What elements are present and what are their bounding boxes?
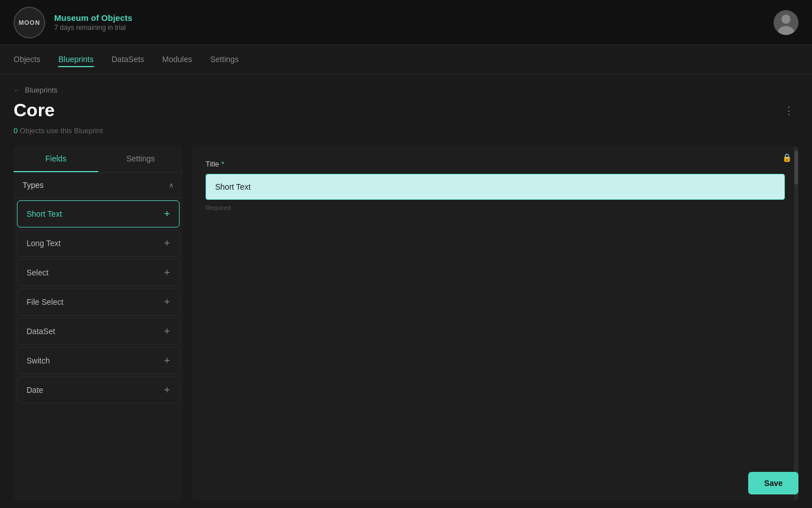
org-info: Museum of Objects 7 days remaining in tr… <box>54 13 132 32</box>
types-label: Types <box>23 181 43 190</box>
types-header: Types ∧ <box>14 173 183 198</box>
type-select-label: Select <box>27 268 49 277</box>
main-layout: Fields Settings Types ∧ Short Text + Lon… <box>14 146 798 501</box>
type-long-text-label: Long Text <box>27 239 60 248</box>
scrollbar-thumb <box>794 151 798 185</box>
lock-icon: 🔒 <box>782 153 792 162</box>
breadcrumb-link[interactable]: Blueprints <box>25 86 58 94</box>
page-content: ← Blueprints Core ⋮ 0 Objects use this B… <box>0 75 812 508</box>
add-select-icon[interactable]: + <box>164 268 170 278</box>
tab-fields[interactable]: Fields <box>14 146 98 172</box>
breadcrumb: ← Blueprints <box>14 86 798 94</box>
field-hint: Required <box>206 204 785 211</box>
type-date-label: Date <box>27 386 43 395</box>
count-number: 0 <box>14 126 18 135</box>
type-list: Short Text + Long Text + Select + File S… <box>14 198 183 501</box>
add-date-icon[interactable]: + <box>164 385 170 395</box>
avatar[interactable] <box>774 10 798 35</box>
trial-text: 7 days remaining in trial <box>54 24 132 32</box>
nav-settings[interactable]: Settings <box>210 52 239 67</box>
header-left: MOON Museum of Objects 7 days remaining … <box>14 7 132 38</box>
logo: MOON <box>14 7 45 38</box>
more-menu-icon[interactable]: ⋮ <box>779 102 798 119</box>
main-nav: Objects Blueprints DataSets Modules Sett… <box>0 45 812 75</box>
title-field-group: Title * Required <box>206 160 785 211</box>
type-select[interactable]: Select + <box>17 259 180 286</box>
right-panel-scrollbar[interactable] <box>794 146 798 501</box>
panel-tabs: Fields Settings <box>14 146 183 173</box>
save-button[interactable]: Save <box>748 472 798 494</box>
type-date[interactable]: Date + <box>17 376 180 404</box>
field-label: Title * <box>206 160 785 168</box>
field-label-text: Title <box>206 160 219 168</box>
title-input[interactable] <box>206 174 785 200</box>
type-file-select-label: File Select <box>27 297 63 306</box>
nav-blueprints[interactable]: Blueprints <box>58 52 93 67</box>
objects-label: Objects use this Blueprint <box>20 126 103 135</box>
page-title-row: Core ⋮ <box>14 100 798 121</box>
type-switch[interactable]: Switch + <box>17 347 180 374</box>
left-panel: Fields Settings Types ∧ Short Text + Lon… <box>14 146 183 501</box>
objects-count: 0 Objects use this Blueprint <box>14 126 798 135</box>
nav-modules[interactable]: Modules <box>162 52 192 67</box>
page-title: Core <box>14 100 55 121</box>
right-panel: 🔒 Title * Required <box>192 146 798 501</box>
scrollbar-track <box>794 146 798 501</box>
chevron-up-icon[interactable]: ∧ <box>169 181 174 189</box>
add-dataset-icon[interactable]: + <box>164 326 170 336</box>
type-long-text[interactable]: Long Text + <box>17 230 180 257</box>
required-star: * <box>221 160 224 168</box>
tab-settings[interactable]: Settings <box>98 146 183 172</box>
type-file-select[interactable]: File Select + <box>17 288 180 316</box>
add-long-text-icon[interactable]: + <box>164 238 170 248</box>
type-dataset[interactable]: DataSet + <box>17 318 180 345</box>
type-short-text[interactable]: Short Text + <box>17 200 180 227</box>
org-name: Museum of Objects <box>54 13 132 23</box>
add-file-select-icon[interactable]: + <box>164 297 170 307</box>
type-dataset-label: DataSet <box>27 327 55 336</box>
top-header: MOON Museum of Objects 7 days remaining … <box>0 0 812 45</box>
nav-objects[interactable]: Objects <box>14 52 40 67</box>
type-short-text-label: Short Text <box>27 209 62 218</box>
add-short-text-icon[interactable]: + <box>164 209 170 219</box>
back-arrow-icon: ← <box>14 86 20 94</box>
nav-datasets[interactable]: DataSets <box>112 52 145 67</box>
type-switch-label: Switch <box>27 356 50 365</box>
svg-point-1 <box>782 15 791 24</box>
add-switch-icon[interactable]: + <box>164 356 170 366</box>
